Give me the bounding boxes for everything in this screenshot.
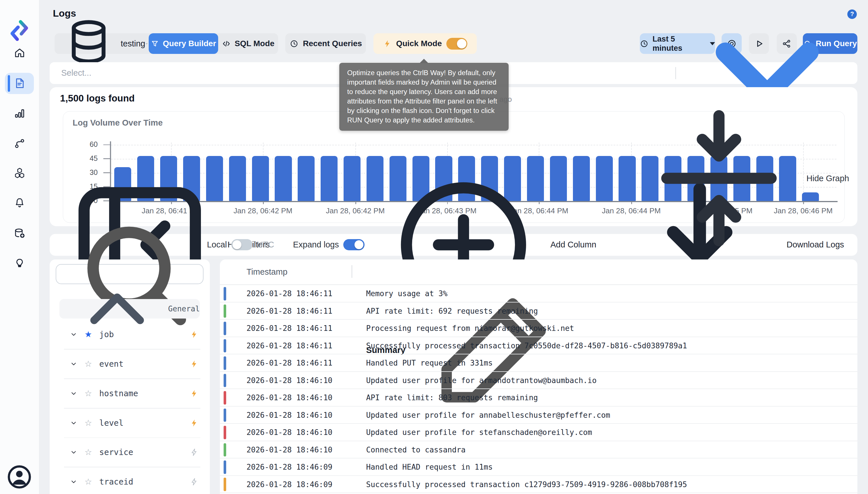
sql-mode-button[interactable]: SQL Mode [218,33,278,54]
flash-icon[interactable] [190,360,199,368]
log-summary: Handled PUT request in 331ms [366,354,493,372]
severity-marker [223,478,226,491]
logs-icon [14,77,26,90]
attribute-search-input[interactable] [64,269,66,279]
severity-marker [223,339,226,353]
row-divider [220,493,857,493]
divider [675,67,676,79]
log-row[interactable]: 2026-01-28 18:46:10API rate limit: 803 r… [220,389,857,406]
collapse-vertical-icon [635,95,802,262]
sidebar-item-home[interactable] [5,42,34,63]
flash-icon[interactable] [190,389,199,398]
logs-table: Timestamp Summary 2026-01-28 18:46:11Mem… [220,260,857,494]
log-summary: Updated user profile for annabelleschust… [366,406,610,424]
sidebar-item-blocks[interactable] [5,162,34,184]
attribute-group-general[interactable]: General [59,299,199,319]
recent-queries-button[interactable]: Recent Queries [285,33,366,54]
attribute-name[interactable]: event [99,359,190,369]
y-tick [103,145,110,145]
log-row[interactable]: 2026-01-28 18:46:11Memory usage at 3% [220,285,857,302]
app-logo [7,17,31,44]
log-row[interactable]: 2026-01-28 18:46:10Updated user profile … [220,406,857,424]
attribute-row-traceid: ☆traceid [50,467,210,494]
log-timestamp: 2026-01-28 18:46:11 [247,285,332,302]
flash-icon[interactable] [190,330,199,339]
star-icon[interactable]: ☆ [85,360,92,368]
attribute-name[interactable]: level [99,418,190,428]
quick-mode-control[interactable]: Quick Mode [374,33,477,54]
severity-marker [223,391,226,404]
attribute-row-service: ☆service [50,438,210,467]
log-timestamp: 2026-01-28 18:46:10 [247,372,332,389]
recent-queries-label: Recent Queries [303,39,362,48]
chevron-down-icon[interactable] [70,419,77,426]
star-icon[interactable]: ☆ [85,419,92,427]
question-icon: ? [850,11,854,18]
flash-icon[interactable] [190,448,199,457]
sidebar-item-bell[interactable] [5,192,34,214]
column-divider [351,265,352,278]
home-icon [14,47,26,59]
log-row[interactable]: 2026-01-28 18:46:10Connected to cassandr… [220,441,857,458]
sql-mode-label: SQL Mode [235,39,274,48]
query-builder-label: Query Builder [163,39,216,48]
chevron-down-icon[interactable] [70,331,77,338]
star-icon[interactable]: ☆ [85,448,92,456]
data-source-select[interactable]: testing [55,33,155,54]
chart-title: Log Volume Over Time [73,118,163,128]
log-row[interactable]: 2026-01-28 18:46:11Handled PUT request i… [220,354,857,372]
chevron-down-icon[interactable] [70,449,77,456]
account-button[interactable] [5,467,34,489]
sidebar-item-database-add[interactable] [5,223,34,244]
sidebar-item-lightbulb[interactable] [5,253,34,274]
star-icon[interactable]: ★ [85,330,92,339]
active-indicator [8,75,10,92]
log-summary: Handled HEAD request in 11ms [366,458,493,476]
expand-logs-label: Expand logs [293,240,339,249]
log-row[interactable]: 2026-01-28 18:46:11API rate limit: 692 r… [220,303,857,320]
log-row[interactable]: 2026-01-28 18:46:11Successfully processe… [220,337,857,354]
add-column-label: Add Column [550,240,596,249]
attribute-name[interactable]: job [99,330,190,339]
timezone-toggle[interactable] [231,239,253,250]
sidebar-item-bar-chart[interactable] [5,103,34,124]
attribute-name[interactable]: traceid [99,477,190,487]
query-mode-segmented-control: Query Builder SQL Mode [149,33,278,54]
log-row[interactable]: 2026-01-28 18:46:10Updated user profile … [220,424,857,441]
chevron-down-icon[interactable] [70,360,77,367]
attribute-name[interactable]: service [99,448,190,457]
log-summary: Successfully processed transaction c1279… [366,476,687,493]
sidebar-item-git-branch[interactable] [5,133,34,154]
flash-icon[interactable] [190,477,199,486]
chevron-down-icon[interactable] [70,478,77,486]
log-summary: API rate limit: 803 requests remaining [366,389,538,406]
clock-icon [290,39,299,48]
expand-logs-toggle[interactable] [343,239,364,250]
star-icon[interactable]: ☆ [85,478,92,486]
severity-marker [223,287,226,301]
star-icon[interactable]: ☆ [85,390,92,398]
log-row[interactable]: 2026-01-28 18:46:09Successfully processe… [220,476,857,493]
severity-marker [223,443,226,457]
log-timestamp: 2026-01-28 18:46:10 [247,389,332,406]
log-timestamp: 2026-01-28 18:46:11 [247,354,332,372]
log-timestamp: 2026-01-28 18:46:10 [247,424,332,441]
chevron-down-icon[interactable] [70,390,77,397]
attribute-row-job: ★job [50,320,210,349]
quick-mode-toggle[interactable] [446,38,468,50]
log-row[interactable]: 2026-01-28 18:46:11Processing request fr… [220,320,857,337]
sidebar-item-logs[interactable] [5,73,34,94]
log-timestamp: 2026-01-28 18:46:10 [247,441,332,458]
y-tick [103,158,110,159]
table-header: Timestamp Summary [220,260,857,284]
hide-graph-button[interactable]: Hide Graph [635,95,849,262]
log-row[interactable]: 2026-01-28 18:46:09Handled HEAD request … [220,458,857,476]
flash-icon[interactable] [190,419,199,428]
database-add-icon [14,227,26,240]
flash-icon [383,39,392,48]
severity-marker [223,408,226,422]
query-builder-button[interactable]: Query Builder [149,33,218,54]
log-row[interactable]: 2026-01-28 18:46:10Updated user profile … [220,372,857,389]
attribute-name[interactable]: hostname [99,389,190,398]
severity-marker [223,304,226,318]
